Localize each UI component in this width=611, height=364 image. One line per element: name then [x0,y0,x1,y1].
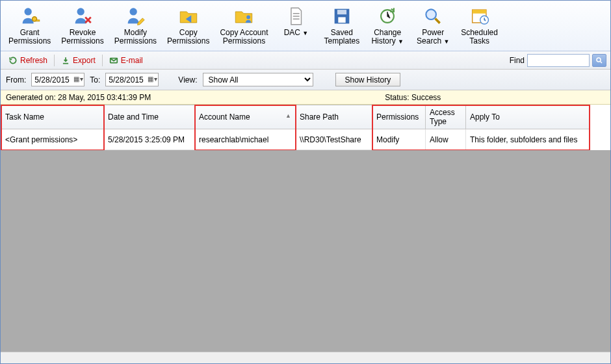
powersearch-button[interactable]: PowerSearch ▼ [410,2,456,51]
find-label: Find [510,56,525,65]
svg-point-4 [130,8,137,15]
schedtasks-button[interactable]: ScheduledTasks [456,2,503,51]
table-row[interactable]: <Grant permissions> 5/28/2015 3:25:09 PM… [1,129,590,150]
refresh-button[interactable]: Refresh [5,55,51,66]
svg-point-3 [77,8,84,15]
refresh-label: Refresh [20,56,47,65]
cell-share: \\RD30\TestShare [296,129,372,150]
saved-button[interactable]: SavedTemplates [318,2,365,51]
svg-rect-8 [338,17,345,22]
view-select[interactable]: Show All [203,73,313,86]
view-label: View: [178,75,197,84]
to-date[interactable] [105,73,159,86]
grid-empty-area [1,150,610,352]
find-input[interactable] [527,54,590,67]
col-task-name[interactable]: Task Name [1,105,104,129]
svg-point-5 [247,16,251,20]
export-button[interactable]: Export [57,55,99,66]
cell-permissions: Modify [372,129,426,150]
svg-point-10 [426,9,437,20]
email-button[interactable]: E-mail [105,55,147,66]
export-label: Export [73,56,96,65]
find-button[interactable] [592,54,606,67]
ribbon-label: CopyPermissions [167,29,209,46]
export-icon [61,56,70,65]
modify-button[interactable]: ModifyPermissions [109,2,162,51]
dac-button[interactable]: DAC ▼ [273,2,318,51]
svg-rect-2 [36,20,40,21]
grant-button[interactable]: GrantPermissions [3,2,56,51]
svg-point-0 [24,8,31,15]
ribbon-label: GrantPermissions [8,29,51,46]
grid-area: Task Name Date and Time Account Name▲ Sh… [1,105,610,363]
cell-account: researchlab\michael [195,129,296,150]
col-permissions[interactable]: Permissions [372,105,426,129]
person-key-icon [18,5,42,28]
svg-rect-12 [472,10,486,14]
col-date-time[interactable]: Date and Time [104,105,195,129]
cell-task-name: <Grant permissions> [1,129,104,150]
document-icon [284,5,307,28]
to-label: To: [90,75,100,84]
search-icon [595,57,603,64]
cell-access: Allow [426,129,466,150]
folder-user-icon [232,5,255,28]
svg-rect-7 [337,10,346,14]
generated-on-label: Generated on: 28 May, 2015 03:41:39 PM [6,93,151,102]
cell-apply: This folder, subfolders and files [466,129,590,150]
email-icon [109,56,118,65]
col-account-name[interactable]: Account Name▲ [195,105,296,129]
header-row: Task Name Date and Time Account Name▲ Sh… [1,105,590,129]
show-history-button[interactable]: Show History [335,73,401,86]
clock-refresh-icon [376,5,399,28]
ribbon-label: RevokePermissions [61,29,103,46]
changehist-button[interactable]: ChangeHistory ▼ [365,2,410,51]
svg-point-15 [597,58,601,62]
copyacct-button[interactable]: Copy AccountPermissions [214,2,273,51]
horizontal-scrollbar[interactable] [1,352,610,363]
ribbon-label: DAC ▼ [284,29,309,38]
filter-bar: From: ▦▾ To: ▦▾ View: Show All Show Hist… [1,70,610,90]
ribbon-label: ModifyPermissions [114,29,157,46]
magnifier-icon [421,5,445,28]
ribbon-label: ScheduledTasks [461,29,498,46]
status-text: Status: Success [385,93,441,102]
person-x-icon [71,5,94,28]
floppy-icon [330,5,354,28]
col-apply-to[interactable]: Apply To [466,105,590,129]
separator [102,55,103,66]
person-pencil-icon [124,5,147,28]
ribbon-toolbar: GrantPermissionsRevokePermissionsModifyP… [1,1,610,51]
ribbon-label: Copy AccountPermissions [220,29,268,46]
email-label: E-mail [121,56,143,65]
secondary-toolbar: Refresh Export E-mail Find [1,51,610,70]
ribbon-label: ChangeHistory ▼ [371,29,404,46]
copy-button[interactable]: CopyPermissions [162,2,214,51]
calendar-clock-icon [468,5,491,28]
refresh-icon [8,56,18,65]
sort-asc-icon: ▲ [285,112,291,119]
cell-date: 5/28/2015 3:25:09 PM [104,129,195,150]
ribbon-label: SavedTemplates [324,29,359,46]
from-date[interactable] [31,73,84,86]
revoke-button[interactable]: RevokePermissions [56,2,109,51]
ribbon-label: PowerSearch ▼ [417,29,449,46]
col-access-type[interactable]: Access Type [426,105,466,129]
col-share-path[interactable]: Share Path [296,105,372,129]
separator [54,55,55,66]
results-table: Task Name Date and Time Account Name▲ Sh… [1,105,590,150]
status-strip: Generated on: 28 May, 2015 03:41:39 PM S… [1,90,610,105]
from-label: From: [6,75,26,84]
folder-share-icon [177,5,200,28]
